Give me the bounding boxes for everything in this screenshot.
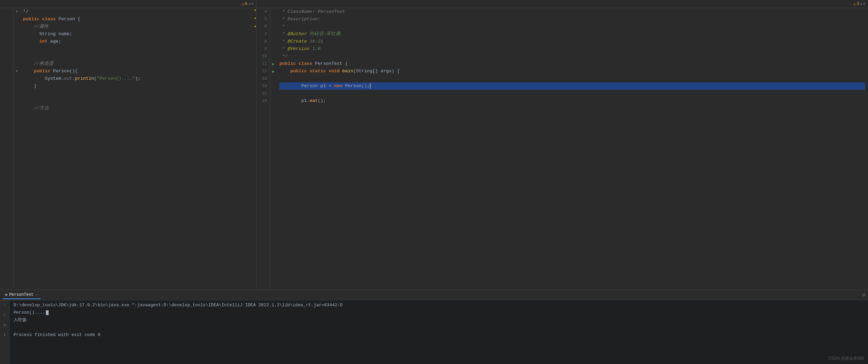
gutter-empty (13, 82, 20, 90)
console-wrap-btn[interactable]: ≡ (1, 322, 8, 329)
code-line: //属性 (23, 23, 253, 30)
gutter-empty (270, 45, 277, 53)
line-num-7: 7 (259, 30, 267, 38)
line-num (3, 60, 10, 68)
code-line-9: * @Version 1.0 (279, 45, 865, 53)
code-line: public class Person { (23, 16, 253, 23)
gutter-empty (13, 97, 20, 105)
console-tab-close[interactable]: × (35, 293, 38, 297)
left-line-numbers (0, 8, 13, 290)
console-filter-btn[interactable]: ⬇ (1, 331, 8, 338)
line-num (3, 68, 10, 75)
code-line: //方法 (23, 105, 253, 112)
console-scroll-up-btn[interactable]: ↑ (1, 302, 8, 308)
console-scroll-down-btn[interactable]: ↓ (1, 311, 8, 318)
line-num (3, 82, 10, 90)
line-num-6: 6 (259, 23, 267, 30)
marker (254, 18, 256, 19)
code-line: String name; (23, 30, 253, 38)
code-line-11: public class PersonTest { (279, 60, 865, 68)
right-code-content: 4 5 6 7 8 9 10 11 12 13 14 15 16 (256, 8, 868, 290)
console-tab-icon: ▶ (5, 292, 8, 297)
gutter-empty (13, 60, 20, 68)
gutter-empty (13, 75, 20, 82)
gutter-empty (270, 97, 277, 105)
right-code-header: ⚠ 3 ▲ ▼ (256, 0, 868, 8)
code-line: */ (23, 8, 253, 16)
right-nav-arrows[interactable]: ▲ ▼ (861, 2, 865, 6)
console-output: D:\develop_tools\JDK\jdk-17.0.2\bin\java… (9, 300, 868, 364)
gutter-fold[interactable]: ▼ (13, 68, 20, 75)
code-line-5: * Description: (279, 16, 865, 23)
right-code-area: ⚠ 3 ▲ ▼ 4 5 6 7 8 9 10 11 (256, 0, 868, 290)
left-warning-count: 6 (245, 2, 247, 6)
console-content: ↑ ↓ ≡ ⬇ D:\develop_tools\JDK\jdk-17.0.2\… (0, 300, 868, 364)
left-code-content: ▼ ▼ */ publ (0, 8, 256, 290)
code-line (23, 45, 253, 53)
console-cmd-line: D:\develop_tools\JDK\jdk-17.0.2\bin\java… (13, 302, 864, 309)
console-cmd-text: D:\develop_tools\JDK\jdk-17.0.2\bin\java… (13, 303, 343, 308)
gutter-empty (270, 82, 277, 90)
line-num-15: 15 (259, 90, 267, 97)
gutter-empty (13, 16, 20, 23)
gutter-empty (13, 90, 20, 97)
right-nav-down[interactable]: ▼ (863, 2, 865, 6)
code-line (23, 90, 253, 97)
left-nav-arrows[interactable]: ▲ ▼ (249, 2, 253, 6)
gutter-run[interactable]: ▶ (270, 60, 277, 68)
line-num (3, 30, 10, 38)
gutter-empty (270, 38, 277, 45)
gutter-empty (13, 105, 20, 112)
left-warning-badge: ⚠ 6 (242, 1, 247, 6)
console-sidebar: ↑ ↓ ≡ ⬇ (0, 300, 9, 364)
left-code-lines[interactable]: */ public class Person { //属性 String nam… (20, 8, 256, 290)
left-gutter: ▼ ▼ (13, 8, 20, 290)
code-line: int age; (23, 38, 253, 45)
gutter-empty (13, 30, 20, 38)
gutter-empty (13, 45, 20, 53)
code-line: } (23, 82, 253, 90)
left-nav-up[interactable]: ▲ (249, 2, 251, 6)
left-code-header: ⚠ 6 ▲ ▼ (0, 0, 256, 8)
code-line-4: * ClassName: PersonTest (279, 8, 865, 16)
line-num-9: 9 (259, 45, 267, 53)
left-nav-down[interactable]: ▼ (251, 2, 253, 6)
marker (254, 26, 256, 27)
gutter-empty (270, 16, 277, 23)
gutter-run-fold[interactable]: ▶ (270, 68, 277, 75)
console-empty-line (13, 324, 864, 331)
code-line: System.out.println("Person()...."); (23, 75, 253, 82)
code-line-16: p1.eat(); (279, 97, 865, 105)
gutter-empty (270, 30, 277, 38)
code-line (23, 97, 253, 105)
left-markers (254, 8, 256, 42)
line-num-12: 12 (259, 68, 267, 75)
code-line-14: Person p1 = new Person(); (279, 82, 865, 90)
code-line: //构造器 (23, 60, 253, 68)
gutter-empty (270, 53, 277, 60)
console-tab-persontest[interactable]: ▶ PersonTest × (3, 291, 40, 299)
right-editor-pane: ⚠ 3 ▲ ▼ 4 5 6 7 8 9 10 11 (256, 0, 868, 290)
code-line-6: * (279, 23, 865, 30)
console-tab-label: PersonTest (9, 292, 33, 297)
line-num (3, 38, 10, 45)
left-editor-pane: ⚠ 6 ▲ ▼ (0, 0, 256, 290)
line-num (3, 97, 10, 105)
gutter-fold[interactable]: ▼ (13, 8, 20, 16)
line-num (3, 75, 10, 82)
gutter-empty (13, 23, 20, 30)
line-num-4: 4 (259, 8, 267, 16)
line-num (3, 16, 10, 23)
code-line-7: * @Author 尚硅谷-宋红康 (279, 30, 865, 38)
marker (254, 9, 256, 11)
gutter-empty (270, 23, 277, 30)
text-cursor (46, 310, 49, 315)
console-area: ▶ PersonTest × ⚙ ↑ ↓ ≡ ⬇ D:\develop_tool… (0, 290, 868, 364)
console-process-line: Process finished with exit code 0 (13, 331, 864, 339)
code-line: public Person(){ (23, 68, 253, 75)
console-settings-icon[interactable]: ⚙ (863, 292, 865, 298)
right-code-lines[interactable]: * ClassName: PersonTest * Description: *… (277, 8, 868, 290)
right-warning-badge: ⚠ 3 (853, 1, 859, 6)
line-num-8: 8 (259, 38, 267, 45)
right-nav-up[interactable]: ▲ (861, 2, 863, 6)
